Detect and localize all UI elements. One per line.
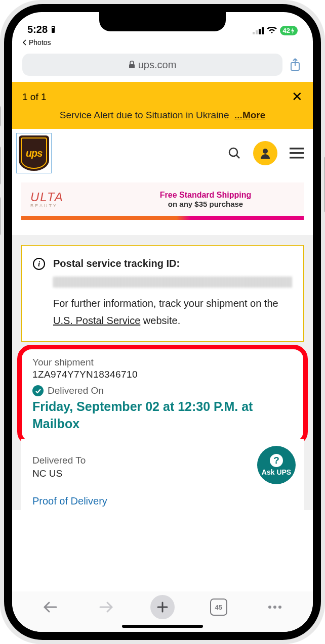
delivered-to-value: NC US xyxy=(32,468,293,479)
alert-close-button[interactable]: ✕ xyxy=(292,89,303,105)
ask-ups-label: Ask UPS xyxy=(262,468,291,476)
info-icon: i xyxy=(33,258,45,270)
shipment-label: Your shipment xyxy=(32,357,293,368)
new-tab-button[interactable] xyxy=(150,595,175,619)
nav-forward-button[interactable] xyxy=(94,595,118,619)
svg-rect-12 xyxy=(290,157,304,159)
svg-rect-11 xyxy=(290,152,304,154)
postal-id-title: Postal service tracking ID: xyxy=(53,258,292,269)
svg-point-8 xyxy=(229,148,237,156)
chevron-left-icon xyxy=(22,39,27,45)
lock-icon xyxy=(129,61,135,69)
alert-counter: 1 of 1 xyxy=(22,91,47,103)
menu-button[interactable] xyxy=(290,148,304,159)
tabs-button[interactable]: 45 xyxy=(207,595,231,619)
svg-rect-10 xyxy=(290,148,304,150)
svg-rect-4 xyxy=(259,29,261,34)
search-icon xyxy=(228,147,241,160)
arrow-right-icon xyxy=(99,601,113,613)
alert-more-link[interactable]: ...More xyxy=(234,110,265,120)
promo-brand-sub: BEAUTY xyxy=(30,203,107,208)
delivered-to-label: Delivered To xyxy=(32,455,293,466)
hamburger-icon xyxy=(290,148,304,159)
cellular-icon xyxy=(253,27,264,34)
address-bar[interactable]: ups.com xyxy=(22,54,282,76)
shipment-status-box: Your shipment 1ZA974Y7YN18346710 Deliver… xyxy=(21,348,304,439)
delivered-to-box: Delivered To NC US ? Ask UPS xyxy=(21,439,304,489)
shipment-status-label: Delivered On xyxy=(48,385,104,396)
device-notch xyxy=(99,12,226,31)
postal-id-redacted xyxy=(53,277,292,288)
search-button[interactable] xyxy=(228,147,241,160)
tab-count: 45 xyxy=(215,604,222,611)
share-button[interactable] xyxy=(288,58,303,72)
usps-link[interactable]: U.S. Postal Service xyxy=(53,315,140,326)
question-icon: ? xyxy=(270,454,283,467)
arrow-left-icon xyxy=(43,601,57,613)
more-button[interactable] xyxy=(263,595,287,619)
svg-rect-5 xyxy=(262,27,264,34)
battery-indicator: 42 xyxy=(280,26,298,35)
proof-of-delivery-link[interactable]: Proof of Delivery xyxy=(21,489,304,510)
svg-rect-3 xyxy=(256,30,258,34)
shipment-delivery-time: Friday, September 02 at 12:30 P.M. at Ma… xyxy=(32,398,293,433)
user-icon xyxy=(259,147,271,159)
share-icon xyxy=(290,58,301,72)
promo-line1: Free Standard Shipping xyxy=(107,191,304,200)
home-indicator[interactable] xyxy=(122,625,203,628)
service-alert: 1 of 1 ✕ Service Alert due to Situation … xyxy=(12,82,313,129)
postal-info-text: For further information, track your ship… xyxy=(53,295,292,329)
svg-rect-6 xyxy=(129,64,135,68)
postal-info-box: i Postal service tracking ID: For furthe… xyxy=(21,245,304,342)
promo-brand: ULTA xyxy=(30,190,64,204)
promo-gradient-bar xyxy=(21,216,304,220)
back-to-app[interactable]: Photos xyxy=(12,36,313,51)
promo-line2: on any $35 purchase xyxy=(107,200,304,208)
wifi-icon xyxy=(267,27,277,34)
svg-point-9 xyxy=(263,149,268,154)
promo-banner[interactable]: ULTA BEAUTY Free Standard Shipping on an… xyxy=(21,182,304,216)
plus-icon xyxy=(157,602,168,613)
site-header: ups xyxy=(12,129,313,177)
location-icon xyxy=(50,25,57,34)
account-button[interactable] xyxy=(253,141,277,165)
svg-rect-2 xyxy=(253,32,255,34)
shipment-tracking-number: 1ZA974Y7YN18346710 xyxy=(32,369,293,380)
status-time: 5:28 xyxy=(27,24,48,35)
dots-icon xyxy=(268,606,271,609)
svg-rect-1 xyxy=(52,27,54,28)
alert-message: Service Alert due to Situation in Ukrain… xyxy=(60,110,229,120)
ups-logo[interactable]: ups xyxy=(16,133,52,173)
ask-ups-button[interactable]: ? Ask UPS xyxy=(257,446,296,484)
nav-back-button[interactable] xyxy=(38,595,62,619)
ups-logo-text: ups xyxy=(26,148,43,159)
check-icon xyxy=(32,385,44,396)
back-app-label: Photos xyxy=(29,38,51,47)
address-bar-domain: ups.com xyxy=(138,59,177,71)
